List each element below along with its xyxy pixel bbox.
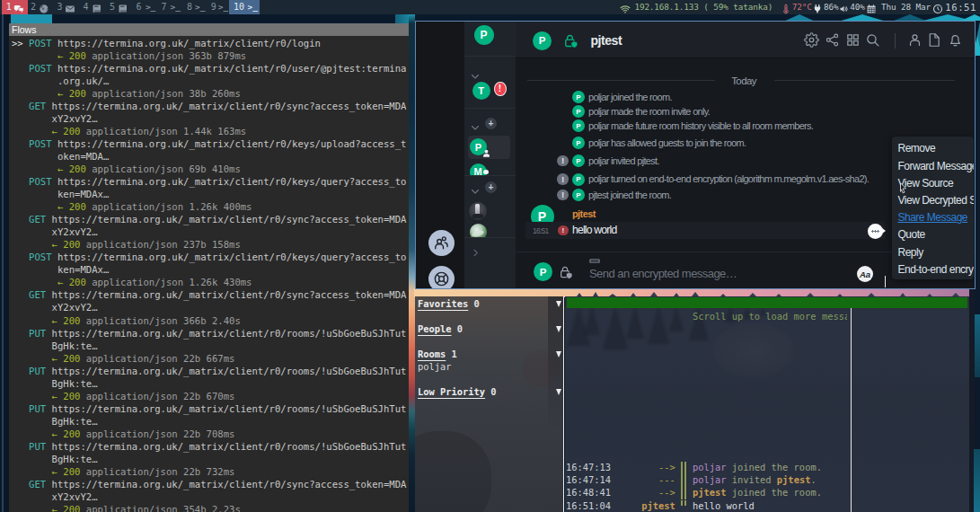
tui-room-sidebar[interactable]: Favorites 0People 0Rooms 1poljarLow Prio…	[415, 296, 564, 512]
chevron-right-icon	[471, 245, 481, 255]
flow-row[interactable]: PUT https://termina.org.uk/_matrix/clien…	[12, 440, 406, 453]
add-room-button[interactable]: +	[485, 118, 497, 129]
sidebar-section-label[interactable]: Rooms	[418, 349, 446, 359]
flow-response-meta: application/json 22b 670ms	[86, 391, 235, 402]
flow-row[interactable]: PUT https://termina.org.uk/_matrix/clien…	[12, 402, 406, 415]
message-context-menu: RemoveForward MessageView SourceView Dec…	[892, 137, 975, 279]
flow-url-wrap: xY2xvY2…	[12, 226, 98, 237]
flow-selected-marker	[12, 479, 29, 490]
lifebuoy-button[interactable]	[428, 266, 455, 290]
sidebar-section-rooms[interactable]: Rooms 1	[418, 349, 457, 360]
message-timestamp: 16:51	[533, 226, 549, 235]
menu-item-forward-message[interactable]: Forward Message	[898, 160, 975, 172]
chat-message-text: poljar joined the room.	[693, 462, 822, 472]
flow-list[interactable]: >> POST https://termina.org.uk/_matrix/c…	[12, 37, 406, 512]
flow-row[interactable]: POST https://termina.org.uk/_matrix/clie…	[12, 251, 406, 263]
people-button[interactable]	[428, 230, 455, 256]
volume-icon	[839, 2, 850, 13]
flow-response-meta: application/json 354b 2.23s	[86, 504, 241, 512]
flow-row[interactable]: POST https://termina.org.uk/_matrix/clie…	[12, 62, 406, 75]
workspace-button-10[interactable]: 10>_	[229, 0, 259, 14]
flow-row[interactable]: GET https://termina.org.uk/_matrix/clien…	[12, 288, 406, 301]
divider	[464, 237, 516, 238]
tui-message-area[interactable]: 16:47:13-->poljar joined the room.16:47:…	[565, 296, 970, 512]
flow-response-status: ← 200	[12, 466, 86, 477]
flow-row[interactable]: PUT https://termina.org.uk/_matrix/clien…	[12, 365, 406, 377]
composer-extra-button[interactable]	[885, 276, 887, 287]
menu-item-view-decrypted-source[interactable]: View Decrypted Source	[898, 194, 975, 207]
divider	[464, 56, 516, 57]
book-icon	[118, 2, 128, 13]
flow-row[interactable]: POST https://termina.org.uk/_matrix/clie…	[12, 137, 406, 150]
wallpaper-tree	[603, 306, 628, 349]
user-menu-avatar[interactable]: P	[474, 25, 494, 45]
earth-avatar[interactable]	[470, 224, 487, 237]
sidebar-section-favorites[interactable]: Favorites 0	[418, 298, 480, 310]
tui-client-window: Favorites 0People 0Rooms 1poljarLow Prio…	[415, 296, 970, 512]
workspace-button-8[interactable]: 8>_	[184, 0, 208, 14]
wallpaper-teal-streak	[974, 449, 980, 512]
terminal-icon: >_	[170, 2, 180, 12]
workspace-button-5[interactable]: 5	[107, 0, 133, 14]
presence-dot	[483, 170, 489, 175]
menu-item-end-to-end-encryption-information[interactable]: End-to-end encryption information	[898, 263, 975, 276]
status-text: 40%	[850, 2, 864, 12]
event-text: poljar made future room history visible …	[588, 120, 813, 131]
workspace-button-7[interactable]: 7>_	[158, 0, 183, 14]
status-text: 72°C	[792, 2, 812, 12]
mitmproxy-title: Flows	[12, 24, 36, 35]
chat-message-text: poljar invited pjtest.	[693, 474, 817, 485]
e2e-warning-icon: !	[557, 155, 569, 167]
flow-url: https://termina.org.uk/_matrix/client/r0…	[46, 479, 406, 490]
flow-response-status: ← 200	[12, 126, 86, 137]
event-avatar: P	[572, 154, 585, 167]
options-bubble-tail	[882, 228, 886, 234]
workspace-button-1[interactable]: 1	[2, 0, 28, 14]
flow-response-meta: application/json 363b 879ms	[92, 50, 246, 61]
chat-line: 16:48:41-->pjtest joined the room.	[565, 487, 970, 499]
flow-row[interactable]: PUT https://termina.org.uk/_matrix/clien…	[12, 327, 406, 340]
date-separator-line	[774, 80, 956, 81]
markdown-marks	[591, 260, 598, 262]
add-room-button[interactable]: +	[485, 181, 497, 193]
flow-row-wrap: .org.uk/…	[12, 75, 406, 87]
menu-item-share-message[interactable]: Share Message	[898, 211, 968, 224]
flow-selected-marker	[12, 138, 29, 149]
workspace-button-6[interactable]: 6>_	[133, 0, 159, 14]
menu-item-reply[interactable]: Reply	[898, 246, 923, 259]
sidebar-room-poljar[interactable]: poljar	[418, 361, 452, 372]
sidebar-section-label[interactable]: People	[418, 323, 452, 334]
flow-row[interactable]: GET https://termina.org.uk/_matrix/clien…	[12, 478, 406, 490]
sidebar-section-label[interactable]: Low Priority	[418, 386, 485, 397]
flow-url: https://termina.org.uk/_matrix/client/r0…	[46, 289, 406, 300]
workspace-button-2[interactable]: 2	[28, 0, 54, 14]
workspace-button-4[interactable]: 4	[80, 0, 107, 14]
invite-badge: !	[494, 82, 507, 97]
flow-row[interactable]: POST https://termina.org.uk/_matrix/clie…	[12, 175, 406, 188]
chat-event-marker: ---	[658, 474, 675, 485]
message-options-button[interactable]	[868, 224, 883, 239]
flow-row[interactable]: GET https://termina.org.uk/_matrix/clien…	[12, 213, 406, 225]
room-avatar-invite[interactable]: T	[472, 82, 490, 100]
sidebar-section-low-priority[interactable]: Low Priority 0	[418, 386, 497, 398]
chat-event-marker: -->	[658, 487, 675, 498]
format-button[interactable]: Aa	[857, 266, 873, 282]
menu-item-quote[interactable]: Quote	[898, 228, 925, 241]
chat-segment: poljar	[693, 474, 727, 485]
flow-row[interactable]: GET https://termina.org.uk/_matrix/clien…	[12, 100, 406, 112]
workspace-button-9[interactable]: 9>_	[208, 0, 230, 14]
flow-row[interactable]: >> POST https://termina.org.uk/_matrix/c…	[12, 37, 406, 49]
timeline-event[interactable]: Ppoljar made future room history visible…	[516, 118, 974, 134]
composer-avatar[interactable]: P	[534, 262, 552, 281]
menu-item-remove[interactable]: Remove	[898, 142, 936, 154]
workspace-number: 4	[83, 2, 88, 12]
sidebar-section-label[interactable]: Favorites	[418, 298, 468, 309]
chevron-down-icon	[470, 69, 481, 80]
flow-response-meta: application/json 22b 732ms	[86, 466, 235, 477]
sidebar-section-people[interactable]: People 0	[418, 323, 463, 335]
flow-method: PUT	[29, 366, 46, 376]
workspace-button-3[interactable]: 3	[54, 0, 80, 14]
flow-selected-marker	[12, 252, 29, 262]
wallpaper-tree	[669, 306, 684, 331]
tower-avatar[interactable]	[469, 202, 487, 220]
